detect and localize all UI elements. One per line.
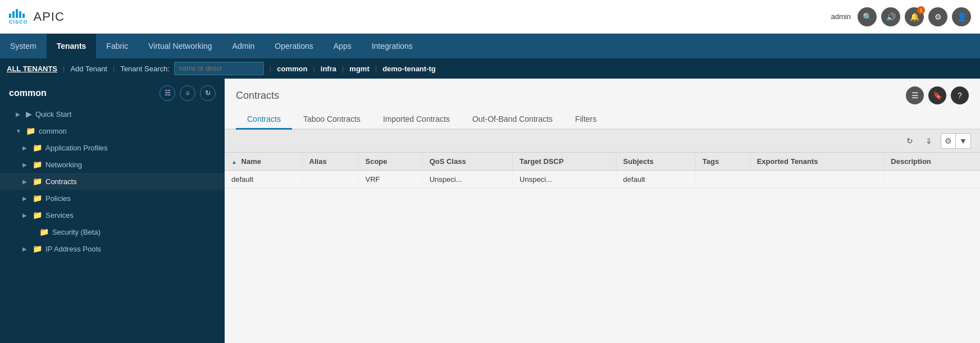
settings-toolbar-group: ⚙ ▼ [941, 133, 971, 149]
col-target-dscp[interactable]: Target DSCP [513, 153, 616, 171]
ip-pools-label: IP Address Pools [45, 245, 101, 253]
notification-icon-btn[interactable]: 🔔 1 [905, 7, 924, 26]
content-list-icon-btn[interactable]: ☰ [906, 86, 924, 104]
nav-item-tenants[interactable]: Tenants [47, 34, 97, 58]
user-icon-btn[interactable]: 👤 [952, 7, 971, 26]
nav-item-virtual-networking[interactable]: Virtual Networking [138, 34, 222, 58]
sidebar-header: common ☵ ≡ ↻ [0, 79, 225, 106]
tenant-search-label: Tenant Search: [120, 65, 169, 73]
sep1: | [63, 65, 65, 73]
sep2: | [113, 65, 115, 73]
folder-icon-contracts: 📁 [33, 177, 42, 186]
tenant-demo[interactable]: demo-tenant-tg [382, 65, 436, 73]
cisco-bar-5 [22, 13, 25, 18]
nav-item-admin[interactable]: Admin [222, 34, 265, 58]
tab-imported-contracts[interactable]: Imported Contracts [372, 110, 461, 130]
col-exported-tenants[interactable]: Exported Tenants [750, 153, 884, 171]
sidebar-item-quick-start[interactable]: ▶ ▶ Quick Start [0, 106, 225, 122]
col-alias[interactable]: Alias [302, 153, 358, 171]
sidebar-item-common[interactable]: ▼ 📁 common [0, 122, 225, 139]
arrow-quick-start: ▶ [16, 111, 22, 117]
cell-exported [750, 171, 884, 189]
content-header-icons: ☰ 🔖 ? [906, 86, 969, 104]
tenant-mgmt[interactable]: mgmt [349, 65, 369, 73]
arrow-contracts: ▶ [22, 179, 29, 185]
settings-toolbar-btn[interactable]: ⚙ [941, 134, 956, 148]
tab-oob-contracts[interactable]: Out-Of-Band Contracts [461, 110, 564, 130]
col-qos[interactable]: QoS Class [422, 153, 512, 171]
download-toolbar-btn[interactable]: ⇓ [922, 134, 936, 148]
nav-item-integrations[interactable]: Integrations [362, 34, 423, 58]
cisco-logo: CISCO [9, 9, 28, 25]
sidebar-refresh-icon[interactable]: ↻ [200, 85, 216, 101]
add-tenant-link[interactable]: Add Tenant [70, 65, 107, 73]
audio-icon-btn[interactable]: 🔊 [881, 7, 900, 26]
arrow-services: ▶ [22, 212, 29, 218]
tenant-search-input[interactable] [174, 62, 264, 75]
sidebar-item-contracts[interactable]: ▶ 📁 Contracts [0, 173, 225, 190]
cisco-bars [9, 9, 28, 18]
services-label: Services [45, 211, 74, 219]
col-tags-label: Tags [703, 157, 719, 166]
arrow-ip-pools: ▶ [22, 246, 29, 252]
sidebar-item-services[interactable]: ▶ 📁 Services [0, 207, 225, 223]
folder-icon-app-profiles: 📁 [33, 143, 42, 152]
content-header: Contracts ☰ 🔖 ? [225, 79, 980, 110]
sidebar-list-icon[interactable]: ≡ [180, 85, 195, 101]
common-label: common [39, 127, 67, 135]
col-scope-label: Scope [366, 157, 388, 166]
folder-icon-networking: 📁 [33, 160, 42, 169]
nav-item-apps[interactable]: Apps [323, 34, 362, 58]
search-icon-btn[interactable]: 🔍 [858, 7, 877, 26]
col-scope[interactable]: Scope [358, 153, 422, 171]
cisco-text: CISCO [9, 19, 28, 25]
col-alias-label: Alias [309, 157, 327, 166]
sidebar-item-policies[interactable]: ▶ 📁 Policies [0, 190, 225, 207]
main-layout: common ☵ ≡ ↻ ▶ ▶ Quick Start ▼ 📁 common … [0, 79, 980, 343]
folder-icon-common: 📁 [26, 126, 35, 135]
col-subjects-label: Subjects [623, 157, 654, 166]
nav-item-operations[interactable]: Operations [265, 34, 323, 58]
sidebar-item-ip-address-pools[interactable]: ▶ 📁 IP Address Pools [0, 240, 225, 257]
content-help-icon-btn[interactable]: ? [951, 86, 969, 104]
sep5: | [342, 65, 344, 73]
quick-start-circle-icon: ▶ [26, 109, 32, 118]
all-tenants-link[interactable]: ALL TENANTS [7, 65, 57, 73]
content-bookmark-icon-btn[interactable]: 🔖 [928, 86, 946, 104]
security-label: Security (Beta) [52, 228, 101, 236]
tab-filters[interactable]: Filters [564, 110, 608, 130]
nav-item-fabric[interactable]: Fabric [96, 34, 138, 58]
col-dscp-label: Target DSCP [519, 157, 564, 166]
tab-contracts[interactable]: Contracts [236, 110, 292, 130]
policies-label: Policies [45, 194, 71, 203]
sidebar-item-security[interactable]: 📁 Security (Beta) [0, 223, 225, 240]
col-name[interactable]: ▲ Name [225, 153, 302, 171]
tenant-common[interactable]: common [277, 65, 307, 73]
sidebar: common ☵ ≡ ↻ ▶ ▶ Quick Start ▼ 📁 common … [0, 79, 225, 343]
sidebar-item-networking[interactable]: ▶ 📁 Networking [0, 156, 225, 173]
table-row[interactable]: default VRF Unspeci... Unspeci... defaul… [225, 171, 980, 189]
logo-area: CISCO APIC [9, 9, 65, 25]
settings-dropdown-btn[interactable]: ▼ [956, 134, 970, 148]
tabs: Contracts Taboo Contracts Imported Contr… [225, 110, 980, 130]
col-tags[interactable]: Tags [695, 153, 750, 171]
tenant-bar: ALL TENANTS | Add Tenant | Tenant Search… [0, 58, 980, 79]
sort-arrow-name: ▲ [231, 159, 237, 165]
col-subjects[interactable]: Subjects [616, 153, 695, 171]
settings-icon-btn[interactable]: ⚙ [928, 7, 947, 26]
app-title: APIC [34, 10, 65, 24]
cell-scope: VRF [358, 171, 422, 189]
sidebar-item-app-profiles[interactable]: ▶ 📁 Application Profiles [0, 139, 225, 156]
col-description[interactable]: Description [884, 153, 980, 171]
cisco-bar-1 [9, 13, 11, 18]
quick-start-label: Quick Start [35, 110, 71, 118]
tenant-infra[interactable]: infra [321, 65, 336, 73]
content-title: Contracts [236, 90, 279, 102]
sep3: | [270, 65, 271, 73]
nav-item-system[interactable]: System [0, 34, 47, 58]
folder-icon-services: 📁 [33, 211, 42, 219]
sidebar-filter-icon[interactable]: ☵ [159, 85, 175, 101]
refresh-toolbar-btn[interactable]: ↻ [902, 134, 917, 148]
tab-taboo-contracts[interactable]: Taboo Contracts [292, 110, 372, 130]
arrow-networking: ▶ [22, 162, 29, 168]
